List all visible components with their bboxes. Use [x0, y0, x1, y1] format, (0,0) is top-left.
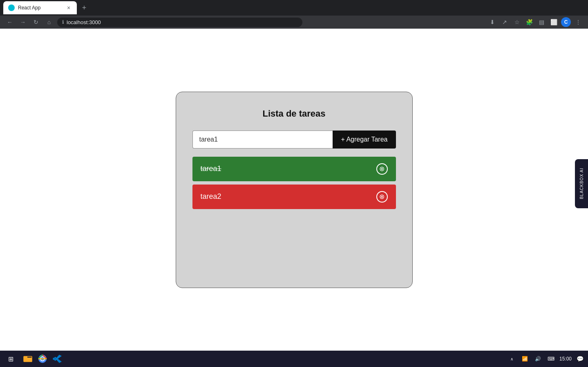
network-icon[interactable]: 📶 — [520, 354, 530, 364]
app-title: Lista de tareas — [262, 108, 325, 119]
page-content: Lista de tareas + Agregar Tarea tarea1 ⊗… — [0, 29, 588, 351]
toolbar-icons: ⬇ ↗ ☆ 🧩 ▤ ⬜ C ⋮ — [487, 17, 583, 27]
app-container: Lista de tareas + Agregar Tarea tarea1 ⊗… — [176, 92, 413, 288]
task-label-2: tarea2 — [201, 192, 221, 201]
task-remove-button-1[interactable]: ⊗ — [376, 163, 388, 175]
menu-icon[interactable]: ⋮ — [573, 17, 583, 27]
taskbar: ⊞ ∧ 📶 � — [0, 351, 588, 367]
browser-tab[interactable]: ⚛ React App × — [3, 1, 77, 14]
tab-close-button[interactable]: × — [65, 5, 72, 11]
browser-chrome: ⚛ React App × + ← → ↻ ⌂ ℹ localhost:3000… — [0, 0, 588, 29]
tab-title: React App — [18, 5, 62, 11]
notification-icon[interactable]: 💬 — [575, 354, 585, 364]
task-item-2[interactable]: tarea2 ⊗ — [192, 185, 396, 209]
blackbox-label: BLACKBOX AI — [579, 168, 584, 199]
system-tray-chevron[interactable]: ∧ — [507, 354, 517, 364]
task-item-1[interactable]: tarea1 ⊗ — [192, 157, 396, 181]
blackbox-sidebar[interactable]: BLACKBOX AI — [575, 159, 588, 208]
volume-icon[interactable]: 🔊 — [533, 354, 543, 364]
address-bar-row: ← → ↻ ⌂ ℹ localhost:3000 ⬇ ↗ ☆ 🧩 ▤ ⬜ C ⋮ — [0, 16, 588, 29]
keyboard-icon[interactable]: ⌨ — [546, 354, 556, 364]
start-button[interactable]: ⊞ — [3, 352, 18, 365]
task-input[interactable] — [192, 131, 333, 149]
tasks-list: tarea1 ⊗ tarea2 ⊗ — [192, 157, 396, 212]
taskbar-apps — [21, 352, 64, 365]
home-button[interactable]: ⌂ — [44, 17, 54, 27]
address-text: localhost:3000 — [67, 19, 101, 25]
task-remove-button-2[interactable]: ⊗ — [376, 191, 388, 203]
bookmark-icon[interactable]: ☆ — [512, 17, 522, 27]
svg-rect-2 — [24, 358, 32, 362]
extension-icon[interactable]: 🧩 — [524, 17, 534, 27]
back-button[interactable]: ← — [5, 17, 15, 27]
taskbar-time: 15:00 — [559, 356, 572, 362]
tab-bar: ⚛ React App × + — [0, 0, 588, 16]
file-explorer-icon[interactable] — [21, 352, 34, 365]
add-task-button[interactable]: + Agregar Tarea — [333, 131, 396, 149]
address-bar[interactable]: ℹ localhost:3000 — [57, 18, 302, 27]
refresh-button[interactable]: ↻ — [31, 17, 41, 27]
input-row: + Agregar Tarea — [192, 131, 396, 149]
download-icon[interactable]: ⬇ — [487, 17, 497, 27]
tab-favicon: ⚛ — [8, 5, 15, 11]
layout-icon[interactable]: ⬜ — [549, 17, 559, 27]
taskbar-right: ∧ 📶 🔊 ⌨ 15:00 💬 — [507, 354, 585, 364]
sidebar-icon[interactable]: ▤ — [537, 17, 546, 27]
task-label-1: tarea1 — [201, 164, 221, 173]
share-icon[interactable]: ↗ — [500, 17, 510, 27]
vscode-icon[interactable] — [51, 352, 64, 365]
profile-icon[interactable]: C — [561, 17, 571, 27]
chrome-icon[interactable] — [36, 352, 49, 365]
new-tab-button[interactable]: + — [78, 2, 90, 14]
forward-button[interactable]: → — [18, 17, 28, 27]
